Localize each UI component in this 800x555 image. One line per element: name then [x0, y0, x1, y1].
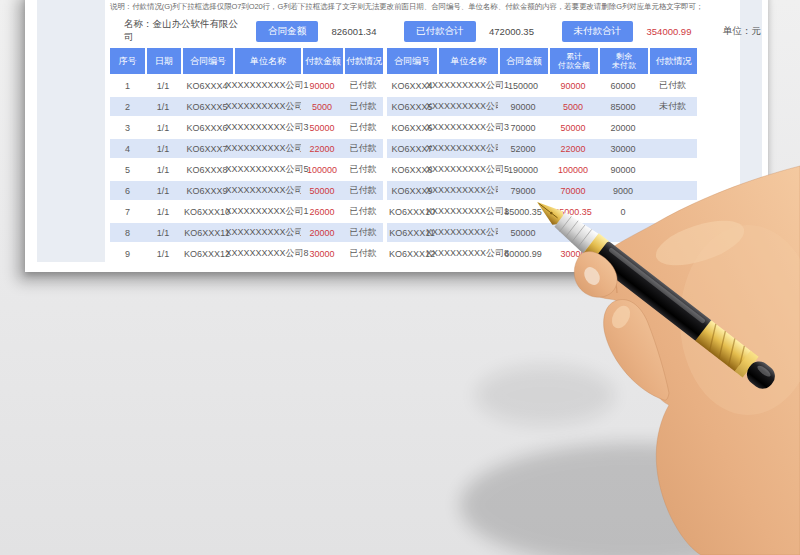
cell: 1/1	[145, 181, 181, 200]
sheet-content: 说明：付款情况(G)列下拉框选择仅限O7到O20行，G列若下拉框选择了文字则无法…	[110, 2, 697, 265]
table-row: 71/1KO6XXX10XXXXXXXXXX公司126000已付款KO6XXX1…	[110, 202, 697, 221]
cell: XXXXXXXXXX公司8	[233, 244, 301, 263]
cell	[648, 181, 697, 200]
cell: 70000	[498, 118, 548, 137]
cell	[648, 139, 697, 158]
cell: XXXXXXXXXX公司3	[437, 118, 498, 137]
cell: 100000	[301, 160, 343, 179]
cell: 1/1	[145, 223, 181, 242]
cell: 4	[110, 139, 145, 158]
cell: XXXXXXXXXX公司4	[437, 139, 498, 158]
company-name-label: 名称：金山办公软件有限公司	[124, 18, 242, 44]
page-margin-left	[37, 0, 105, 262]
cell: 已付款	[648, 76, 697, 95]
cell: 90000	[548, 76, 598, 95]
cell: XXXXXXXXXX公司8	[437, 244, 498, 263]
table-row: 51/1KO6XXX8XXXXXXXXXX公司5100000已付款KO6XXX8…	[110, 160, 697, 179]
header-cell: 付款情况	[648, 48, 697, 74]
cell: 9	[110, 244, 145, 263]
cell: 85000.35	[548, 202, 598, 221]
table-row: 21/1KO6XXX5XXXXXXXXXX公司25000已付款KO6XXX5XX…	[110, 97, 697, 116]
cell: 85000.35	[498, 202, 548, 221]
cell: 已付款	[343, 202, 383, 221]
cell: XXXXXXXXXX公司5	[233, 160, 301, 179]
cell: 30000	[548, 244, 598, 263]
instruction-text: 说明：付款情况(G)列下拉框选择仅限O7到O20行，G列若下拉框选择了文字则无法…	[110, 2, 697, 12]
cell: 1/1	[145, 202, 181, 221]
cell: 150000	[498, 76, 548, 95]
cell: 100000	[548, 160, 598, 179]
table-header: 序号日期合同编号单位名称付款金额付款情况合同编号单位名称合同金额累计 付款金额剩…	[110, 48, 697, 74]
cell: 8	[110, 223, 145, 242]
cell: 20000	[598, 118, 648, 137]
cell: 已付款	[343, 97, 383, 116]
table-row: 61/1KO6XXX9XXXXXXXXXX公司650000已付款KO6XXX9X…	[110, 181, 697, 200]
cell: 30000	[301, 244, 343, 263]
cell: 5000	[301, 97, 343, 116]
cell: 0	[598, 202, 648, 221]
header-cell: 付款金额	[301, 48, 343, 74]
cell: 未付款	[648, 97, 697, 116]
cell	[598, 244, 648, 263]
spreadsheet-page: 说明：付款情况(G)列下拉框选择仅限O7到O20行，G列若下拉框选择了文字则无法…	[25, 0, 768, 272]
summary-chip[interactable]: 未付款合计	[562, 21, 634, 42]
unit-label: 单位：元	[723, 25, 761, 38]
cell: 已付款	[343, 223, 383, 242]
cell: 70000	[548, 181, 598, 200]
header-cell: 付款情况	[343, 48, 383, 74]
cell: 85000	[598, 97, 648, 116]
cell: 1/1	[145, 76, 181, 95]
cell: XXXXXXXXXX公司7	[437, 223, 498, 242]
cell: 50000	[548, 118, 598, 137]
cell: 60000.99	[498, 244, 548, 263]
cell: 52000	[498, 139, 548, 158]
summary-value: 826001.34	[318, 26, 390, 37]
cell: 5	[110, 160, 145, 179]
table-row: 81/1KO6XXX11XXXXXXXXXX公司720000已付款KO6XXX1…	[110, 223, 697, 242]
cell	[648, 244, 697, 263]
cell: 1/1	[145, 118, 181, 137]
cell: 已付款	[343, 118, 383, 137]
cell: XXXXXXXXXX公司6	[437, 181, 498, 200]
cell: 190000	[498, 160, 548, 179]
summary-row: 名称：金山办公软件有限公司 合同金额826001.34已付款合计472000.3…	[110, 21, 697, 41]
cell: 9000	[598, 181, 648, 200]
cell: XXXXXXXXXX公司7	[233, 223, 301, 242]
cell: 22000	[301, 139, 343, 158]
summary-value: 354000.99	[633, 26, 705, 37]
summary-chip[interactable]: 合同金额	[256, 21, 318, 42]
summary-chip[interactable]: 已付款合计	[404, 21, 476, 42]
cell: 50000	[301, 118, 343, 137]
cell: 1/1	[145, 139, 181, 158]
cell: 已付款	[343, 160, 383, 179]
cell	[648, 160, 697, 179]
table-row: 91/1KO6XXX12XXXXXXXXXX公司830000已付款KO6XXX1…	[110, 244, 697, 263]
cell: 90000	[301, 76, 343, 95]
cell: 1/1	[145, 160, 181, 179]
header-cell: 合同编号	[387, 48, 437, 74]
table-body: 11/1KO6XXX4XXXXXXXXXX公司190000已付款KO6XXX4X…	[110, 76, 697, 263]
cell: 已付款	[343, 244, 383, 263]
header-cell: 合同编号	[181, 48, 233, 74]
cell: XXXXXXXXXX公司1	[233, 76, 301, 95]
cell: 已付款	[343, 76, 383, 95]
cell	[648, 223, 697, 242]
table-row: 11/1KO6XXX4XXXXXXXXXX公司190000已付款KO6XXX4X…	[110, 76, 697, 95]
cell: XXXXXXXXXX公司5	[437, 160, 498, 179]
cell: XXXXXXXXXX公司4	[233, 139, 301, 158]
cell: 26000	[301, 202, 343, 221]
template-preview: 说明：付款情况(G)列下拉框选择仅限O7到O20行，G列若下拉框选择了文字则无法…	[0, 0, 800, 555]
cell	[648, 118, 697, 137]
cell: XXXXXXXXXX公司1	[233, 202, 301, 221]
cell: 60000	[598, 76, 648, 95]
cell: 30000	[598, 139, 648, 158]
cell: 1	[110, 76, 145, 95]
cell: 2	[110, 97, 145, 116]
cell	[648, 202, 697, 221]
cell: 6	[110, 181, 145, 200]
cell: XXXXXXXXXX公司6	[233, 181, 301, 200]
cell: 50000	[301, 181, 343, 200]
cell: XXXXXXXXXX公司3	[233, 118, 301, 137]
cell: 79000	[498, 181, 548, 200]
cell: 90000	[498, 97, 548, 116]
